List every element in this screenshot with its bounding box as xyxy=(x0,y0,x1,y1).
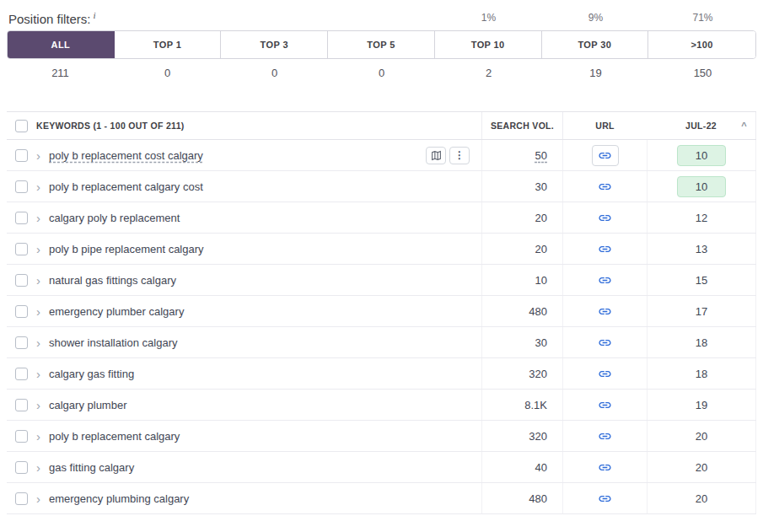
row-checkbox[interactable] xyxy=(15,274,28,287)
keywords-table: KEYWORDS (1 - 100 OUT OF 211) SEARCH VOL… xyxy=(7,111,756,514)
keyword-text[interactable]: natural gas fittings calgary xyxy=(49,274,176,287)
filter-tab-top5[interactable]: TOP 5 xyxy=(328,31,435,58)
url-link-icon[interactable] xyxy=(598,492,612,506)
filter-tab-top30[interactable]: TOP 30 xyxy=(542,31,649,58)
keyword-text[interactable]: poly b pipe replacement calgary xyxy=(49,243,204,255)
row-checkbox[interactable] xyxy=(15,461,28,474)
url-link-icon[interactable] xyxy=(598,460,612,475)
keyword-text[interactable]: emergency plumber calgary xyxy=(49,305,184,318)
table-row: › calgary plumber 8.1K 19 xyxy=(7,390,756,421)
url-link-icon[interactable] xyxy=(598,429,612,443)
serp-features-icon[interactable] xyxy=(426,147,446,164)
row-checkbox[interactable] xyxy=(15,336,28,349)
keyword-text[interactable]: calgary poly b replacement xyxy=(49,212,180,224)
row-checkbox[interactable] xyxy=(15,305,28,318)
filter-tab-top3[interactable]: TOP 3 xyxy=(221,31,328,58)
url-link-icon[interactable] xyxy=(598,242,612,256)
url-link-icon[interactable] xyxy=(598,398,612,412)
expand-chevron-icon[interactable]: › xyxy=(36,430,40,443)
page: Position filters:i 1%9%71% ALLTOP 1TOP 3… xyxy=(0,0,763,514)
position-value: 10 xyxy=(677,145,726,166)
position-value: 18 xyxy=(677,333,726,352)
sort-asc-icon[interactable]: ^ xyxy=(741,121,747,131)
url-link-icon[interactable] xyxy=(598,211,612,225)
search-volume: 30 xyxy=(535,336,547,349)
filter-tab-top10[interactable]: TOP 10 xyxy=(435,31,542,58)
expand-chevron-icon[interactable]: › xyxy=(36,243,40,255)
percent-value xyxy=(114,8,221,30)
url-link-icon[interactable] xyxy=(592,145,619,166)
search-vol-column-header: SEARCH VOL. xyxy=(481,112,562,139)
table-header: KEYWORDS (1 - 100 OUT OF 211) SEARCH VOL… xyxy=(7,111,756,140)
position-filters-title: Position filters: xyxy=(8,12,91,26)
tab-count: 0 xyxy=(221,59,328,86)
row-checkbox[interactable] xyxy=(15,368,28,380)
row-checkbox[interactable] xyxy=(15,399,28,411)
table-row: › natural gas fittings calgary 10 15 xyxy=(7,265,756,296)
table-row: › poly b pipe replacement calgary 20 13 xyxy=(7,234,756,265)
percent-row: 1%9%71% xyxy=(7,8,756,30)
keyword-actions: ⋮ xyxy=(426,147,470,164)
url-link-icon[interactable] xyxy=(598,273,612,287)
filter-tab-all[interactable]: ALL xyxy=(8,31,115,58)
percent-value: 1% xyxy=(435,8,542,30)
position-value: 20 xyxy=(677,458,726,477)
url-link-icon[interactable] xyxy=(598,336,612,350)
search-volume: 320 xyxy=(529,368,547,380)
url-link-icon[interactable] xyxy=(598,180,612,194)
url-link-icon[interactable] xyxy=(598,304,612,319)
row-checkbox[interactable] xyxy=(15,243,28,255)
row-checkbox[interactable] xyxy=(15,430,28,443)
url-column-header: URL xyxy=(562,112,647,139)
expand-chevron-icon[interactable]: › xyxy=(36,305,40,318)
select-all-checkbox[interactable] xyxy=(15,120,28,132)
expand-chevron-icon[interactable]: › xyxy=(36,492,40,505)
table-row: › emergency plumber calgary 480 17 xyxy=(7,296,756,327)
more-options-button[interactable]: ⋮ xyxy=(449,147,470,164)
keyword-text[interactable]: shower installation calgary xyxy=(49,336,177,349)
search-volume: 8.1K xyxy=(524,399,547,411)
expand-chevron-icon[interactable]: › xyxy=(36,274,40,287)
keyword-text[interactable]: poly b replacement cost calgary xyxy=(49,149,203,162)
keyword-text[interactable]: calgary plumber xyxy=(49,399,127,411)
search-volume: 10 xyxy=(535,274,547,287)
position-value: 17 xyxy=(677,302,726,321)
expand-chevron-icon[interactable]: › xyxy=(36,212,40,224)
tab-count: 2 xyxy=(435,59,542,86)
tab-count: 211 xyxy=(7,59,114,86)
keyword-text[interactable]: poly b replacement calgary cost xyxy=(49,180,203,193)
keywords-column-header: KEYWORDS (1 - 100 OUT OF 211) xyxy=(36,121,185,131)
table-row: › calgary poly b replacement 20 12 xyxy=(7,202,756,234)
row-checkbox[interactable] xyxy=(15,180,28,193)
url-link-icon[interactable] xyxy=(598,367,612,381)
filter-tab-100[interactable]: >100 xyxy=(648,31,755,58)
tab-count: 150 xyxy=(649,59,756,86)
table-row: › poly b replacement cost calgary ⋮ 50 1 xyxy=(7,140,756,171)
position-value: 18 xyxy=(677,364,726,384)
keyword-text[interactable]: calgary gas fitting xyxy=(49,368,134,380)
percent-value xyxy=(328,8,435,30)
search-volume: 50 xyxy=(535,149,547,162)
position-value: 10 xyxy=(677,176,726,197)
position-value: 12 xyxy=(677,208,726,228)
expand-chevron-icon[interactable]: › xyxy=(36,399,40,411)
keyword-text[interactable]: emergency plumbing calgary xyxy=(49,492,189,505)
filter-tab-top1[interactable]: TOP 1 xyxy=(115,31,222,58)
keyword-text[interactable]: poly b replacement calgary xyxy=(49,430,180,443)
row-checkbox[interactable] xyxy=(15,149,28,162)
table-row: › shower installation calgary 30 18 xyxy=(7,327,756,358)
row-checkbox[interactable] xyxy=(15,212,28,224)
expand-chevron-icon[interactable]: › xyxy=(36,368,40,380)
row-checkbox[interactable] xyxy=(15,492,28,505)
expand-chevron-icon[interactable]: › xyxy=(36,180,40,193)
tab-count: 19 xyxy=(542,59,649,86)
expand-chevron-icon[interactable]: › xyxy=(36,336,40,349)
keyword-text[interactable]: gas fitting calgary xyxy=(49,461,134,474)
table-row: › calgary gas fitting 320 18 xyxy=(7,358,756,390)
expand-chevron-icon[interactable]: › xyxy=(36,461,40,474)
table-row: › emergency plumbing calgary 480 20 xyxy=(7,483,756,514)
search-volume: 480 xyxy=(529,305,547,318)
expand-chevron-icon[interactable]: › xyxy=(36,149,40,162)
info-icon[interactable]: i xyxy=(94,10,96,20)
date-column-header: JUL-22 xyxy=(685,121,717,131)
